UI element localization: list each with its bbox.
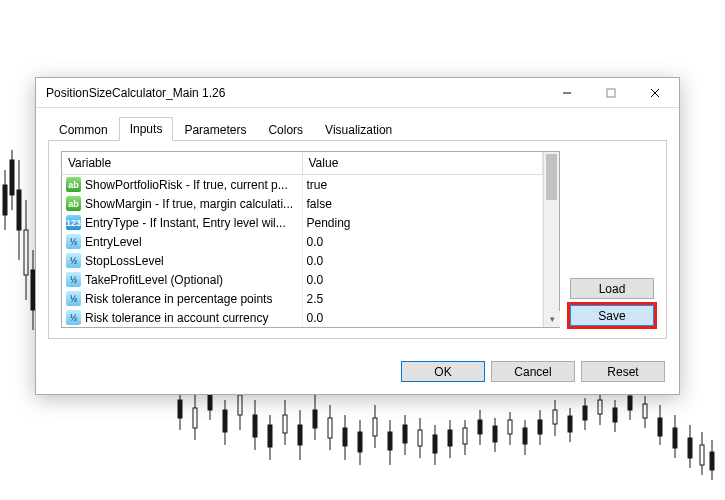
svg-rect-33 [298,425,302,445]
bool-type-icon: ab [66,196,81,211]
variable-name: Risk tolerance in percentage points [85,292,272,306]
svg-rect-19 [193,408,197,428]
svg-rect-23 [223,410,227,432]
svg-rect-87 [700,445,704,465]
svg-rect-39 [343,428,347,446]
tab-inputs[interactable]: Inputs [119,117,174,141]
svg-rect-65 [538,420,542,434]
minimize-button[interactable] [545,79,589,107]
svg-rect-45 [388,432,392,450]
num-type-icon: ½ [66,291,81,306]
svg-rect-53 [448,430,452,446]
svg-rect-47 [403,425,407,443]
svg-rect-77 [628,396,632,410]
bool-type-icon: ab [66,177,81,192]
variable-value[interactable]: 0.0 [302,251,543,270]
svg-rect-31 [283,415,287,433]
svg-rect-91 [607,89,615,97]
table-row[interactable]: abShowPortfolioRisk - If true, current p… [62,175,543,195]
svg-rect-41 [358,432,362,452]
svg-rect-71 [583,406,587,420]
variable-value[interactable]: true [302,175,543,195]
reset-button[interactable]: Reset [581,361,665,382]
variable-value[interactable]: 0.0 [302,232,543,251]
variable-name: TakeProfitLevel (Optional) [85,273,223,287]
load-button[interactable]: Load [570,278,654,299]
svg-rect-37 [328,418,332,438]
variable-name: StopLossLevel [85,254,164,268]
svg-rect-57 [478,420,482,434]
tabs: Common Inputs Parameters Colors Visualiz… [48,116,667,141]
variable-value[interactable]: false [302,194,543,213]
svg-rect-17 [178,400,182,418]
table-row[interactable]: ½EntryLevel0.0 [62,232,543,251]
tab-parameters[interactable]: Parameters [173,118,257,141]
variable-name: EntryType - If Instant, Entry level wil.… [85,216,286,230]
svg-rect-85 [688,438,692,458]
svg-rect-61 [508,420,512,434]
table-row[interactable]: ½Risk tolerance in percentage points2.5 [62,289,543,308]
svg-rect-27 [253,415,257,437]
svg-rect-5 [17,190,21,230]
table-row[interactable]: abShowMargin - If true, margin calculati… [62,194,543,213]
table-row[interactable]: ½StopLossLevel0.0 [62,251,543,270]
svg-rect-67 [553,410,557,424]
svg-rect-75 [613,408,617,422]
svg-rect-69 [568,416,572,432]
variable-value[interactable]: 0.0 [302,308,543,327]
num-type-icon: ½ [66,253,81,268]
variable-name: Risk tolerance in account currency [85,311,268,325]
svg-rect-89 [710,452,714,470]
variable-value[interactable]: Pending [302,213,543,232]
table-row[interactable]: ½TakeProfitLevel (Optional)0.0 [62,270,543,289]
scroll-down-arrow[interactable]: ▾ [544,311,560,327]
num-type-icon: ½ [66,272,81,287]
tab-colors[interactable]: Colors [257,118,314,141]
table-row[interactable]: ½Risk tolerance in account currency0.0 [62,308,543,327]
svg-rect-59 [493,426,497,442]
svg-rect-35 [313,410,317,428]
variable-value[interactable]: 2.5 [302,289,543,308]
svg-rect-73 [598,400,602,414]
window-title: PositionSizeCalculator_Main 1.26 [46,86,545,100]
inputs-grid[interactable]: Variable Value abShowPortfolioRisk - If … [61,151,560,328]
grid-scrollbar[interactable]: ▾ [543,152,559,327]
svg-rect-29 [268,425,272,447]
svg-rect-43 [373,418,377,436]
svg-rect-51 [433,435,437,453]
svg-rect-3 [10,160,14,195]
variable-name: ShowPortfolioRisk - If true, current p..… [85,178,288,192]
svg-rect-79 [643,404,647,418]
tab-visualization[interactable]: Visualization [314,118,403,141]
save-button[interactable]: Save [570,305,654,326]
dialog-window: PositionSizeCalculator_Main 1.26 Common … [35,77,680,395]
variable-name: ShowMargin - If true, margin calculati..… [85,197,293,211]
enum-type-icon: 123 [66,215,81,230]
svg-rect-25 [238,395,242,415]
col-header-variable[interactable]: Variable [62,152,302,175]
titlebar[interactable]: PositionSizeCalculator_Main 1.26 [36,78,679,108]
num-type-icon: ½ [66,310,81,325]
svg-rect-7 [24,230,28,275]
num-type-icon: ½ [66,234,81,249]
close-button[interactable] [633,79,677,107]
col-header-value[interactable]: Value [302,152,543,175]
variable-name: EntryLevel [85,235,142,249]
svg-rect-81 [658,418,662,436]
scroll-thumb[interactable] [546,154,557,200]
tab-common[interactable]: Common [48,118,119,141]
svg-rect-83 [673,428,677,448]
maximize-button[interactable] [589,79,633,107]
svg-rect-55 [463,428,467,444]
table-row[interactable]: 123EntryType - If Instant, Entry level w… [62,213,543,232]
svg-rect-63 [523,428,527,444]
ok-button[interactable]: OK [401,361,485,382]
svg-rect-1 [3,185,7,215]
cancel-button[interactable]: Cancel [491,361,575,382]
svg-rect-49 [418,430,422,446]
variable-value[interactable]: 0.0 [302,270,543,289]
